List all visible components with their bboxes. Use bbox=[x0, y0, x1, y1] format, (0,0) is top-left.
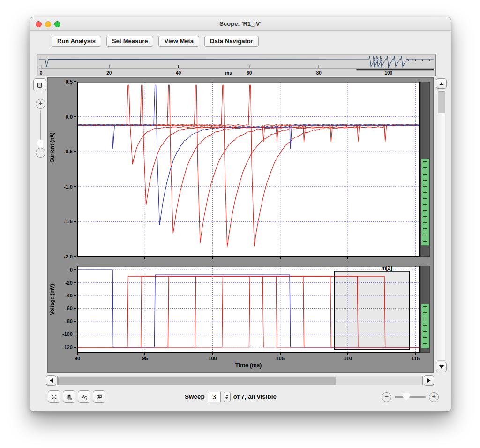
time-tick-mark bbox=[77, 353, 78, 355]
current-indicator-green bbox=[421, 159, 429, 246]
expand-button[interactable] bbox=[48, 390, 60, 403]
zoom-out-button[interactable]: − bbox=[382, 392, 391, 402]
expand-arrows-icon bbox=[51, 393, 57, 401]
time-tick-mark bbox=[144, 353, 145, 355]
voltage-indicator-green bbox=[421, 304, 429, 348]
down-arrow-icon bbox=[439, 365, 444, 369]
right-arrow-icon bbox=[428, 378, 431, 383]
zoom-slider-control: − + bbox=[382, 392, 439, 402]
close-button[interactable] bbox=[36, 21, 42, 27]
left-arrow-icon bbox=[50, 378, 53, 383]
zoom-slider-thumb[interactable] bbox=[403, 393, 410, 401]
time-tick-mark bbox=[280, 353, 281, 355]
sweep-stepper[interactable] bbox=[224, 392, 231, 402]
scroll-right-button[interactable] bbox=[424, 375, 434, 386]
voltage-axis-gutter: Voltage (mV) 0-20-40-60-80-100-120 bbox=[48, 266, 76, 353]
time-tick-label: 105 bbox=[276, 356, 285, 361]
plot-panel: Current (nA) 0.50.0-0.5-1.0-1.5-2.0 Volt… bbox=[47, 77, 434, 373]
time-tick-mark bbox=[415, 353, 416, 355]
overview-tick-label: 20 bbox=[106, 70, 112, 76]
toolbar: Run Analysis Set Measure View Meta Data … bbox=[52, 36, 259, 47]
upper-x-tick-mark bbox=[144, 257, 145, 259]
scroll-left-button[interactable] bbox=[46, 375, 56, 386]
scope-window: Scope: 'R1_IV' Run Analysis Set Measure … bbox=[30, 17, 451, 412]
sweep-number-input[interactable] bbox=[208, 392, 221, 402]
time-tick-mark bbox=[347, 353, 348, 355]
current-axis-gutter: Current (nA) 0.50.0-0.5-1.0-1.5-2.0 bbox=[48, 82, 76, 257]
stepper-up-icon bbox=[225, 395, 228, 396]
footer-toolbar bbox=[48, 390, 105, 403]
set-measure-button[interactable]: Set Measure bbox=[106, 36, 154, 47]
scroll-up-button[interactable] bbox=[436, 78, 447, 89]
plus-icon[interactable]: + bbox=[36, 99, 45, 109]
sweep-count-label: of 7, all visible bbox=[233, 393, 277, 400]
notebook-button[interactable] bbox=[33, 78, 46, 91]
overview-trace bbox=[38, 54, 435, 76]
time-tick-label: 90 bbox=[75, 356, 80, 361]
upper-x-tick-mark bbox=[347, 257, 348, 259]
zoom-in-button[interactable]: + bbox=[429, 392, 439, 402]
current-tick-label: 0.5 bbox=[66, 79, 76, 84]
time-tick-mark bbox=[212, 353, 213, 355]
svg-text:m[2]: m[2] bbox=[382, 266, 393, 271]
overview-tick-label: 0 bbox=[40, 70, 43, 76]
current-tick-label: -2.0 bbox=[64, 254, 76, 259]
horizontal-scrollbar[interactable] bbox=[46, 375, 434, 386]
time-tick-label: 100 bbox=[208, 356, 217, 361]
horizontal-scroll-thumb[interactable] bbox=[58, 377, 336, 385]
upper-x-tick-mark bbox=[280, 257, 281, 259]
data-navigator-button[interactable]: Data Navigator bbox=[204, 36, 259, 47]
voltage-tick-label: -80 bbox=[65, 319, 76, 324]
voltage-tick-label: 0 bbox=[70, 267, 76, 273]
horizontal-scroll-track[interactable] bbox=[57, 376, 423, 385]
voltage-tick-label: -40 bbox=[65, 293, 76, 298]
window-title: Scope: 'R1_IV' bbox=[30, 17, 451, 30]
current-range-indicator bbox=[420, 82, 430, 257]
voltage-tick-label: -20 bbox=[65, 280, 76, 286]
slider-thumb[interactable] bbox=[36, 140, 43, 147]
current-tick-label: 0.0 bbox=[66, 114, 76, 120]
vertical-scrollbar[interactable] bbox=[436, 78, 447, 372]
overview-tick-label: 60 bbox=[247, 70, 252, 76]
waveform-icon bbox=[81, 393, 87, 401]
vertical-scroll-thumb[interactable] bbox=[438, 91, 445, 113]
overview-unit-label: ms bbox=[225, 70, 232, 76]
time-tick-label: 115 bbox=[411, 356, 420, 361]
overview-tick-label: 80 bbox=[316, 70, 322, 76]
overlap-windows-icon bbox=[96, 393, 102, 401]
stepper-down-icon bbox=[225, 397, 228, 399]
voltage-plot[interactable]: m[2] bbox=[77, 266, 420, 353]
vertical-zoom-slider[interactable]: + − bbox=[36, 99, 46, 158]
title-bar[interactable]: Scope: 'R1_IV' bbox=[30, 17, 451, 31]
time-tick-label: 95 bbox=[142, 356, 148, 361]
run-analysis-button[interactable]: Run Analysis bbox=[52, 36, 101, 47]
zoom-slider-track[interactable] bbox=[395, 396, 426, 398]
current-tick-label: -1.5 bbox=[64, 219, 76, 224]
tile-windows-button[interactable] bbox=[93, 390, 105, 403]
overview-tick-label: 40 bbox=[176, 70, 181, 76]
minus-icon[interactable]: − bbox=[36, 148, 45, 158]
sweep-label: Sweep bbox=[185, 393, 205, 400]
sweep-control: Sweep of 7, all visible bbox=[185, 390, 277, 403]
zoom-window-button[interactable] bbox=[54, 21, 60, 27]
scroll-down-button[interactable] bbox=[436, 362, 447, 372]
notebook-icon bbox=[37, 81, 43, 90]
view-meta-button[interactable]: View Meta bbox=[158, 36, 199, 47]
current-plot[interactable] bbox=[77, 82, 420, 257]
voltage-axis-title: Voltage (mV) bbox=[49, 284, 55, 315]
vertical-scroll-track[interactable] bbox=[437, 90, 445, 361]
sweep-list-button[interactable] bbox=[63, 390, 75, 403]
time-axis-title: Time (ms) bbox=[77, 362, 420, 369]
time-tick-label: 110 bbox=[344, 356, 352, 361]
current-tick-label: -0.5 bbox=[64, 149, 76, 154]
overview-strip[interactable]: 020406080100ms bbox=[37, 54, 436, 76]
voltage-tick-label: -100 bbox=[62, 331, 76, 337]
current-axis-title: Current (nA) bbox=[49, 132, 55, 163]
trace-display-button[interactable] bbox=[78, 390, 90, 403]
current-tick-label: -1.0 bbox=[64, 184, 76, 190]
voltage-range-indicator bbox=[420, 266, 430, 353]
list-icon bbox=[66, 393, 72, 401]
minimize-button[interactable] bbox=[45, 21, 51, 27]
overview-tick-label: 100 bbox=[384, 70, 392, 76]
voltage-tick-label: -60 bbox=[65, 305, 76, 311]
